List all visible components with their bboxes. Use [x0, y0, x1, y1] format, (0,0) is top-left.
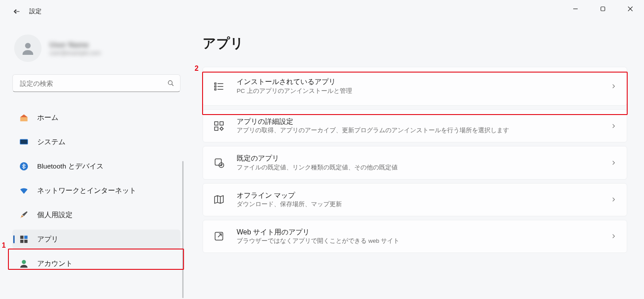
card-default-apps[interactable]: 既定のアプリ ファイルの既定値、リンク種類の既定値、その他の既定値	[203, 146, 627, 179]
window-title: 設定	[29, 8, 42, 15]
account-icon	[19, 258, 29, 269]
card-title: Web サイト用のアプリ	[237, 227, 608, 237]
annotation-marker-2: 2	[195, 65, 199, 73]
annotation-marker-1: 1	[2, 242, 6, 249]
card-subtitle: アプリの取得、アプリのアーカイブ、更新プログラムのアンインストールを行う場所を選…	[237, 126, 608, 135]
card-title: インストールされているアプリ	[237, 77, 608, 87]
app-settings-icon	[213, 120, 225, 132]
nav-label: ホーム	[37, 113, 58, 123]
home-icon	[19, 112, 29, 123]
profile-name: User Name	[50, 41, 181, 50]
svg-rect-13	[215, 88, 216, 90]
search-icon	[167, 79, 175, 87]
card-body: 既定のアプリ ファイルの既定値、リンク種類の既定値、その他の既定値	[237, 153, 608, 172]
card-body: オフライン マップ ダウンロード、保存場所、マップ更新	[237, 191, 608, 209]
sidebar-scrollbar[interactable]	[182, 161, 184, 298]
profile-block[interactable]: User Name user@example.com	[12, 34, 181, 62]
nav-label: 個人用設定	[37, 211, 73, 220]
svg-rect-15	[220, 122, 223, 125]
page-title: アプリ	[203, 34, 635, 53]
close-button[interactable]	[617, 0, 644, 18]
card-title: オフライン マップ	[237, 191, 608, 200]
search-box[interactable]	[12, 74, 180, 92]
nav-label: ネットワークとインターネット	[37, 186, 136, 196]
card-title: 既定のアプリ	[237, 153, 608, 163]
svg-rect-7	[24, 236, 27, 239]
card-subtitle: ブラウザーではなくアプリで開くことができる web サイト	[237, 237, 608, 245]
svg-point-2	[168, 80, 172, 84]
card-subtitle: PC 上のアプリのアンインストールと管理	[237, 87, 608, 96]
list-icon	[213, 80, 225, 92]
back-button[interactable]	[8, 4, 24, 19]
svg-point-1	[25, 43, 31, 49]
profile-email: user@example.com	[50, 50, 181, 56]
svg-rect-9	[24, 240, 27, 243]
nav-list: ホーム システム Bluetooth とデバイス ネットワークとインターネット	[12, 108, 180, 273]
nav-label: Bluetooth とデバイス	[37, 162, 104, 171]
main-content: アプリ インストールされているアプリ PC 上のアプリのアンインストールと管理 …	[203, 34, 635, 257]
svg-rect-11	[215, 83, 216, 84]
nav-item-accounts[interactable]: アカウント	[12, 254, 180, 273]
maximize-icon	[600, 6, 606, 12]
svg-rect-14	[215, 122, 218, 125]
card-apps-for-websites[interactable]: Web サイト用のアプリ ブラウザーではなくアプリで開くことができる web サ…	[203, 220, 627, 253]
minimize-button[interactable]	[562, 0, 589, 18]
svg-rect-6	[20, 236, 23, 239]
avatar	[14, 34, 42, 62]
chevron-right-icon	[608, 121, 619, 131]
nav-item-home[interactable]: ホーム	[12, 108, 180, 127]
brush-icon	[19, 210, 29, 220]
profile-text: User Name user@example.com	[50, 41, 181, 56]
card-body: インストールされているアプリ PC 上のアプリのアンインストールと管理	[237, 77, 608, 95]
maximize-button[interactable]	[589, 0, 617, 18]
chevron-right-icon	[608, 157, 619, 168]
nav-label: アプリ	[37, 235, 58, 244]
chevron-right-icon	[608, 231, 619, 242]
svg-rect-0	[601, 7, 605, 11]
card-subtitle: ダウンロード、保存場所、マップ更新	[237, 200, 608, 209]
minimize-icon	[573, 6, 578, 12]
apps-icon	[19, 234, 29, 245]
card-offline-maps[interactable]: オフライン マップ ダウンロード、保存場所、マップ更新	[203, 183, 627, 216]
default-apps-icon	[213, 157, 225, 169]
card-body: アプリの詳細設定 アプリの取得、アプリのアーカイブ、更新プログラムのアンインスト…	[237, 117, 608, 135]
nav-item-network[interactable]: ネットワークとインターネット	[12, 181, 180, 200]
wifi-icon	[19, 185, 29, 196]
card-advanced-app-settings[interactable]: アプリの詳細設定 アプリの取得、アプリのアーカイブ、更新プログラムのアンインスト…	[203, 109, 627, 142]
search-input[interactable]	[19, 79, 162, 88]
nav-item-system[interactable]: システム	[12, 132, 180, 152]
nav-item-bluetooth[interactable]: Bluetooth とデバイス	[12, 157, 180, 176]
map-icon	[213, 193, 225, 206]
nav-label: システム	[37, 138, 65, 147]
search-container	[12, 74, 180, 92]
window-controls	[562, 0, 644, 18]
external-link-icon	[213, 230, 225, 242]
nav-item-apps[interactable]: アプリ	[12, 230, 180, 249]
card-subtitle: ファイルの既定値、リンク種類の既定値、その他の既定値	[237, 164, 608, 172]
bluetooth-icon	[19, 161, 29, 172]
system-icon	[19, 137, 29, 147]
titlebar: 設定	[0, 0, 644, 23]
svg-rect-4	[20, 140, 27, 144]
svg-rect-18	[215, 159, 221, 165]
sidebar: User Name user@example.com ホーム システム	[0, 32, 186, 278]
close-icon	[628, 6, 633, 12]
nav-label: アカウント	[37, 259, 73, 268]
nav-item-personalization[interactable]: 個人用設定	[12, 205, 180, 225]
person-icon	[20, 40, 36, 56]
svg-rect-8	[20, 240, 23, 243]
svg-point-17	[220, 127, 222, 130]
svg-rect-12	[215, 86, 216, 87]
chevron-right-icon	[608, 194, 619, 205]
card-body: Web サイト用のアプリ ブラウザーではなくアプリで開くことができる web サ…	[237, 227, 608, 245]
card-title: アプリの詳細設定	[237, 117, 608, 126]
chevron-right-icon	[608, 81, 619, 92]
svg-point-10	[22, 260, 26, 264]
card-installed-apps[interactable]: インストールされているアプリ PC 上のアプリのアンインストールと管理	[203, 67, 627, 106]
svg-rect-16	[215, 127, 218, 130]
